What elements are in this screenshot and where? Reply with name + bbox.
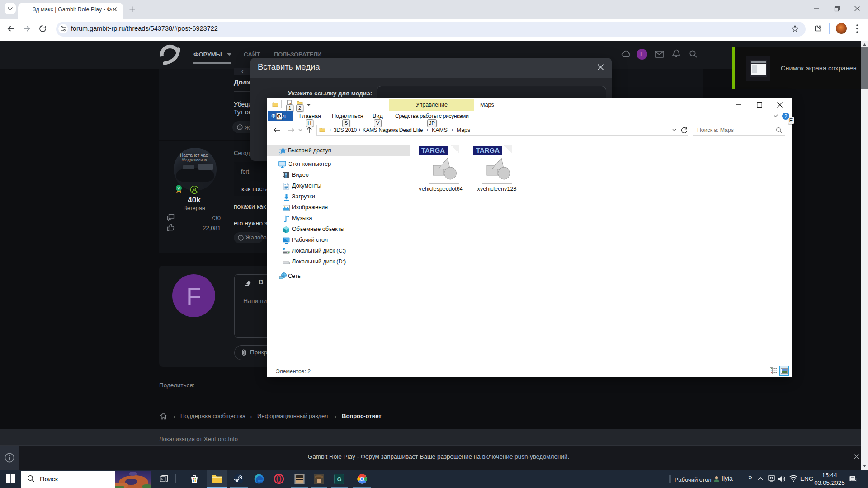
svg-text:V: V: [177, 186, 180, 191]
